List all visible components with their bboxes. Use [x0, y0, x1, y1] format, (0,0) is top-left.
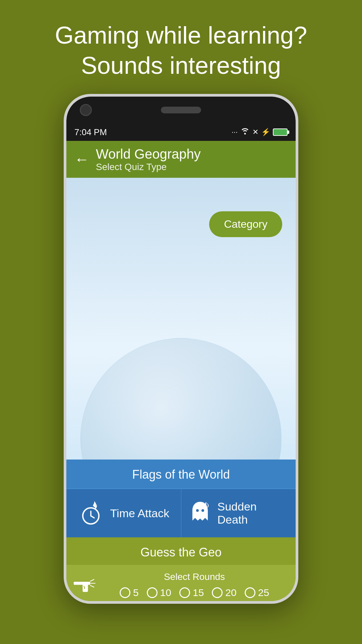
app-subtitle: Select Quiz Type [96, 162, 201, 172]
quiz-types-row: Time Attack [66, 488, 296, 537]
round-radio-10[interactable] [147, 587, 158, 598]
phone-top-bar [66, 97, 296, 123]
page-background: Gaming while learning? Sounds interestin… [0, 0, 362, 604]
status-time: 7:04 PM [74, 127, 107, 138]
round-option-20[interactable]: 20 [212, 587, 236, 598]
app-bar-text: World Geography Select Quiz Type [96, 147, 201, 172]
sudden-death-button[interactable]: Sudden Death [181, 488, 296, 537]
round-label-5: 5 [133, 587, 139, 598]
app-bar: ← World Geography Select Quiz Type [66, 141, 296, 178]
category-button[interactable]: Category [209, 211, 282, 237]
rounds-right: Select Rounds 5 10 [100, 572, 289, 598]
round-radio-25[interactable] [245, 587, 255, 598]
svg-line-10 [90, 586, 94, 587]
svg-point-4 [201, 509, 204, 512]
svg-point-3 [196, 509, 199, 512]
sudden-death-icon [188, 499, 212, 527]
round-radio-20[interactable] [212, 587, 223, 598]
sudden-death-label: Sudden Death [218, 500, 289, 526]
tagline: Gaming while learning? Sounds interestin… [0, 0, 362, 94]
round-option-5[interactable]: 5 [120, 587, 139, 598]
svg-line-2 [91, 516, 94, 518]
select-rounds-label: Select Rounds [100, 572, 289, 582]
gun-icon [73, 575, 100, 594]
phone-frame: 7:04 PM ··· ✕ ⚡ ← World Geography Select… [64, 94, 298, 604]
app-title: World Geography [96, 147, 201, 162]
round-option-10[interactable]: 10 [147, 587, 171, 598]
round-label-15: 15 [193, 587, 204, 598]
bolt-icon: ⚡ [261, 128, 270, 137]
svg-line-8 [90, 580, 94, 581]
battery-icon [273, 128, 288, 136]
geo-card-title: Guess the Geo [66, 537, 296, 565]
tagline-line1: Gaming while learning? [27, 20, 335, 50]
flags-card: Flags of the World [66, 460, 296, 537]
content-area: SOUTH AMERICA Category Flags of the Worl… [66, 178, 296, 604]
round-label-25: 25 [258, 587, 269, 598]
round-label-20: 20 [225, 587, 236, 598]
round-radio-5[interactable] [120, 587, 130, 598]
status-icons: ··· ✕ ⚡ [232, 127, 288, 137]
x-icon: ✕ [252, 128, 258, 137]
time-attack-button[interactable]: Time Attack [66, 488, 181, 537]
camera [80, 104, 92, 116]
round-option-25[interactable]: 25 [245, 587, 269, 598]
time-attack-label: Time Attack [110, 507, 169, 520]
rounds-section: Select Rounds 5 10 [66, 565, 296, 604]
back-button[interactable]: ← [74, 151, 89, 168]
round-option-15[interactable]: 15 [179, 587, 204, 598]
dots-icon: ··· [232, 128, 238, 137]
geo-card: Guess the Geo [66, 537, 296, 604]
round-options: 5 10 15 [100, 587, 289, 598]
flags-card-title: Flags of the World [66, 460, 296, 488]
cards-container: Flags of the World [66, 460, 296, 604]
round-label-10: 10 [160, 587, 171, 598]
tagline-line2: Sounds interesting [27, 50, 335, 80]
status-bar: 7:04 PM ··· ✕ ⚡ [66, 123, 296, 141]
time-attack-icon [78, 500, 105, 527]
wifi-icon [240, 127, 250, 137]
svg-rect-7 [82, 584, 88, 592]
speaker [161, 107, 201, 113]
round-radio-15[interactable] [179, 587, 190, 598]
